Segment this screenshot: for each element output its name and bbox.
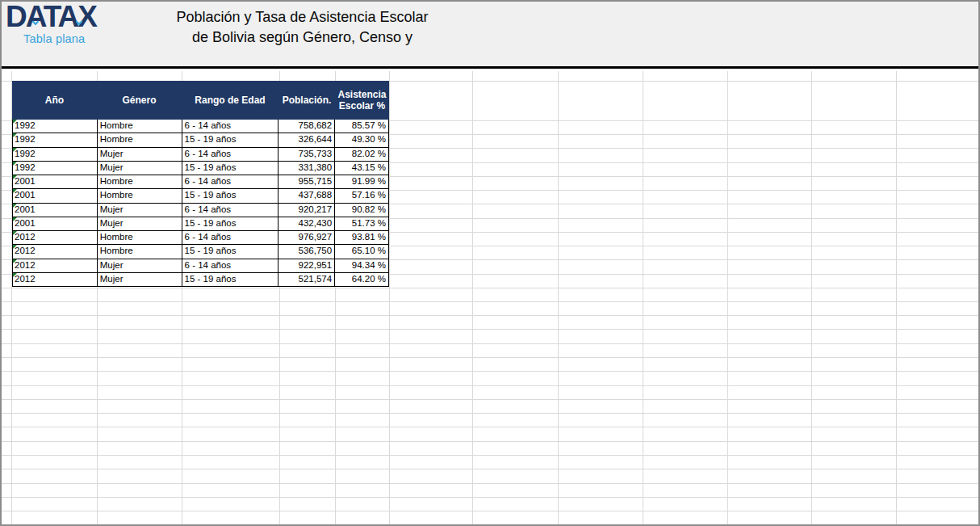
cell-age-range[interactable]: 15 - 19 años [182, 189, 279, 202]
cell-year[interactable]: 1992 [13, 133, 98, 146]
cell-attendance[interactable]: 51.73 % [335, 217, 389, 230]
cell-gender[interactable]: Mujer [98, 148, 182, 161]
cell-attendance[interactable]: 43.15 % [335, 162, 389, 175]
cell-age-range[interactable]: 15 - 19 años [182, 217, 279, 230]
cell-year[interactable]: 2012 [13, 245, 98, 258]
gridline [389, 71, 390, 524]
cell-population[interactable]: 922,951 [279, 259, 335, 272]
cell-year[interactable]: 2012 [13, 273, 98, 286]
gridline [2, 441, 978, 442]
gridline [2, 315, 978, 316]
cell-attendance[interactable]: 93.81 % [335, 231, 389, 244]
gridline [2, 385, 978, 386]
cell-population[interactable]: 758,682 [279, 120, 335, 133]
cell-age-range[interactable]: 6 - 14 años [182, 231, 279, 244]
cell-attendance[interactable]: 64.20 % [335, 273, 389, 286]
cell-age-range[interactable]: 6 - 14 años [182, 204, 279, 217]
cell-age-range[interactable]: 6 - 14 años [182, 148, 279, 161]
error-indicator-icon [13, 204, 17, 208]
error-indicator-icon [13, 175, 17, 179]
cell-attendance[interactable]: 57.16 % [335, 189, 389, 202]
cell-population[interactable]: 326,644 [279, 133, 335, 146]
table-row: 2012 Mujer 15 - 19 años 521,574 64.20 % [13, 273, 389, 287]
table-row: 2001 Mujer 15 - 19 años 432,430 51.73 % [13, 217, 389, 231]
cell-year-value: 1992 [15, 134, 36, 144]
error-indicator-icon [13, 120, 17, 124]
cell-year[interactable]: 1992 [13, 120, 98, 133]
column-header-rango-edad[interactable]: Rango de Edad [182, 81, 279, 120]
cell-population[interactable]: 437,688 [279, 189, 335, 202]
cell-gender[interactable]: Hombre [98, 120, 182, 133]
gridline [2, 371, 978, 372]
cell-gender[interactable]: Mujer [98, 217, 182, 230]
cell-year[interactable]: 2012 [13, 259, 98, 272]
error-indicator-icon [13, 148, 17, 152]
cell-population[interactable]: 955,715 [279, 175, 335, 188]
gridline [2, 329, 978, 330]
gridline [472, 71, 473, 524]
cell-age-range[interactable]: 6 - 14 años [182, 175, 279, 188]
cell-population[interactable]: 432,430 [279, 217, 335, 230]
cell-age-range[interactable]: 6 - 14 años [182, 120, 279, 133]
gridline [896, 71, 897, 524]
column-header-ano[interactable]: Año [12, 81, 97, 120]
cell-attendance[interactable]: 85.57 % [335, 120, 389, 133]
cell-year[interactable]: 2001 [13, 204, 98, 217]
cell-year[interactable]: 2001 [13, 175, 98, 188]
column-header-asistencia[interactable]: Asistencia Escolar % [335, 81, 389, 120]
cell-age-range[interactable]: 15 - 19 años [182, 133, 279, 146]
table-row: 2001 Mujer 6 - 14 años 920,217 90.82 % [13, 204, 389, 217]
cell-population[interactable]: 521,574 [279, 273, 335, 286]
cell-attendance[interactable]: 94.34 % [335, 259, 389, 272]
gridline [2, 511, 978, 511]
cell-age-range[interactable]: 15 - 19 años [182, 273, 279, 286]
gridline [2, 497, 978, 498]
cell-population[interactable]: 735,733 [279, 148, 335, 161]
cell-gender[interactable]: Hombre [98, 175, 182, 188]
cell-year-value: 1992 [15, 120, 36, 130]
table-row: 2012 Hombre 15 - 19 años 536,750 65.10 % [13, 245, 389, 259]
cell-age-range[interactable]: 15 - 19 años [182, 162, 279, 175]
table-body: 1992 Hombre 6 - 14 años 758,682 85.57 % … [12, 120, 389, 287]
cell-attendance[interactable]: 65.10 % [335, 245, 389, 258]
table-row: 2001 Hombre 15 - 19 años 437,688 57.16 % [13, 189, 389, 203]
gridline [2, 483, 978, 484]
cell-gender[interactable]: Hombre [98, 189, 182, 202]
cell-age-range[interactable]: 6 - 14 años [182, 259, 279, 272]
cell-gender[interactable]: Hombre [98, 245, 182, 258]
cell-year[interactable]: 2001 [13, 189, 98, 202]
cell-year-value: 2012 [15, 274, 36, 284]
cell-attendance[interactable]: 82.02 % [335, 148, 389, 161]
cell-age-range[interactable]: 15 - 19 años [182, 245, 279, 258]
cell-population[interactable]: 331,380 [279, 162, 335, 175]
column-header-genero[interactable]: Género [97, 81, 182, 120]
column-header-poblacion[interactable]: Población. [279, 81, 335, 120]
cell-gender[interactable]: Hombre [98, 231, 182, 244]
cell-year[interactable]: 2001 [13, 217, 98, 230]
page-title-line1: Población y Tasa de Asistencia Escolar [147, 7, 458, 27]
cell-attendance[interactable]: 90.82 % [335, 204, 389, 217]
cell-year-value: 1992 [15, 149, 36, 158]
cell-year-value: 2001 [15, 218, 36, 228]
cell-gender[interactable]: Mujer [98, 162, 182, 175]
cell-year[interactable]: 1992 [13, 162, 98, 175]
table-header-row: Año Género Rango de Edad Población. Asis… [12, 81, 389, 120]
cell-year-value: 2012 [15, 246, 36, 255]
cell-attendance[interactable]: 49.30 % [335, 133, 389, 146]
cell-population[interactable]: 536,750 [279, 245, 335, 258]
gridline [2, 301, 978, 302]
cell-year[interactable]: 1992 [13, 148, 98, 161]
cell-year[interactable]: 2012 [13, 231, 98, 244]
cell-population[interactable]: 976,927 [279, 231, 335, 244]
cell-attendance[interactable]: 91.99 % [335, 175, 389, 188]
cell-gender[interactable]: Hombre [98, 133, 182, 146]
cell-gender[interactable]: Mujer [98, 204, 182, 217]
error-indicator-icon [13, 231, 17, 235]
cell-gender[interactable]: Mujer [98, 273, 182, 286]
gridline [2, 427, 978, 427]
gridline [2, 524, 978, 525]
cell-population[interactable]: 920,217 [279, 204, 335, 217]
gridline [811, 71, 812, 524]
gridline [2, 357, 978, 358]
cell-gender[interactable]: Mujer [98, 259, 182, 272]
